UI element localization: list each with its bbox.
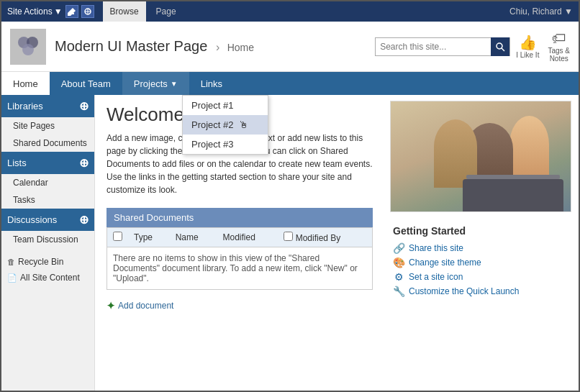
sidebar-item-shared-documents[interactable]: Shared Documents: [1, 135, 94, 152]
gs-share-icon: 🔗: [393, 242, 404, 254]
search-box: [375, 37, 510, 56]
sidebar-lists-header[interactable]: Lists ⊕: [1, 152, 94, 174]
cursor: 🖱: [239, 119, 248, 130]
site-title-area: Modern UI Master Page › Home: [55, 38, 254, 55]
top-bar: Site Actions ▼ Browse Page Chiu, Richard…: [1, 1, 579, 22]
site-actions-button[interactable]: Site Actions ▼: [7, 6, 63, 17]
sidebar-recycle-bin[interactable]: 🗑 Recycle Bin: [1, 254, 94, 270]
gs-share-site[interactable]: 🔗 Share this site: [393, 242, 570, 254]
breadcrumb: Home: [227, 42, 254, 53]
user-name-label: Chiu, Richard ▼: [509, 6, 573, 17]
all-content-icon: 📄: [7, 273, 17, 283]
main-area: Libraries ⊕ Site Pages Shared Documents …: [1, 95, 579, 391]
col-checkbox: [107, 228, 128, 247]
nav-bar: Home About Team Projects ▼ Links Project…: [1, 72, 579, 95]
col-modified: Modified: [217, 228, 278, 247]
sidebar-libraries-section: Libraries ⊕ Site Pages Shared Documents: [1, 95, 94, 152]
sidebar-discussions-header[interactable]: Discussions ⊕: [1, 209, 94, 231]
discussions-expand-icon: ⊕: [79, 213, 89, 227]
breadcrumb-separator: ›: [216, 41, 223, 53]
dropdown-item-2[interactable]: Project #2 🖱: [183, 115, 268, 135]
like-button[interactable]: 👍 I Like It: [516, 34, 539, 59]
documents-section: Shared Documents Type Name Modified Modi…: [107, 208, 373, 316]
sidebar-item-site-pages[interactable]: Site Pages: [1, 117, 94, 135]
gs-set-icon[interactable]: ⚙ Set a site icon: [393, 271, 570, 283]
sidebar-item-calendar[interactable]: Calendar: [1, 174, 94, 191]
header-actions: 👍 I Like It 🏷 Tags &Notes: [516, 30, 570, 63]
app-frame: Site Actions ▼ Browse Page Chiu, Richard…: [0, 0, 580, 392]
nav-links[interactable]: Links: [189, 72, 234, 95]
tab-page[interactable]: Page: [149, 1, 183, 22]
projects-dropdown-arrow: ▼: [171, 80, 178, 88]
libraries-expand-icon: ⊕: [79, 99, 89, 113]
sidebar-discussions-section: Discussions ⊕ Team Discussion: [1, 209, 94, 248]
nav-about-team[interactable]: About Team: [50, 72, 122, 95]
col-modified-by: Modified By: [278, 228, 372, 247]
svg-line-8: [502, 48, 504, 51]
header-right: 👍 I Like It 🏷 Tags &Notes: [375, 30, 570, 63]
documents-table-wrapper: Type Name Modified Modified By There are…: [107, 227, 373, 290]
nav-projects[interactable]: Projects ▼: [122, 72, 189, 95]
dropdown-item-1[interactable]: Project #1: [183, 96, 268, 115]
modified-by-checkbox[interactable]: [284, 232, 293, 241]
dropdown-item-3[interactable]: Project #3: [183, 135, 268, 154]
gs-change-theme[interactable]: 🎨 Change site theme: [393, 257, 570, 268]
gs-icon-icon: ⚙: [393, 271, 404, 283]
col-type: Type: [128, 228, 170, 247]
empty-documents-message: There are no items to show in this view …: [107, 247, 372, 289]
documents-header: Shared Documents: [107, 208, 373, 227]
add-document-icon: ✦: [107, 300, 115, 311]
sidebar-all-site-content[interactable]: 📄 All Site Content: [1, 270, 94, 286]
select-all-checkbox[interactable]: [113, 232, 122, 241]
gs-theme-icon: 🎨: [393, 257, 404, 268]
sidebar-item-tasks[interactable]: Tasks: [1, 191, 94, 209]
sidebar-lists-section: Lists ⊕ Calendar Tasks: [1, 152, 94, 209]
gs-customize-icon: 🔧: [393, 286, 404, 297]
nav-home[interactable]: Home: [1, 72, 50, 95]
sidebar: Libraries ⊕ Site Pages Shared Documents …: [1, 95, 95, 391]
lists-expand-icon: ⊕: [79, 156, 89, 170]
getting-started-section: Getting Started 🔗 Share this site 🎨 Chan…: [384, 219, 579, 306]
tab-browse[interactable]: Browse: [103, 1, 146, 22]
site-title: Modern UI Master Page › Home: [55, 38, 254, 54]
hero-image: [390, 101, 571, 212]
user-menu[interactable]: Chiu, Richard ▼: [509, 6, 573, 17]
sidebar-item-team-discussion[interactable]: Team Discussion: [1, 231, 94, 248]
site-actions-arrow: ▼: [54, 6, 63, 17]
search-button[interactable]: [491, 37, 509, 56]
tags-notes-button[interactable]: 🏷 Tags &Notes: [548, 30, 570, 63]
col-name: Name: [170, 228, 217, 247]
add-document-link[interactable]: ✦ Add document: [107, 296, 373, 316]
sidebar-footer: 🗑 Recycle Bin 📄 All Site Content: [1, 254, 94, 286]
gs-customize-ql[interactable]: 🔧 Customize the Quick Launch: [393, 286, 570, 297]
site-actions-label: Site Actions: [7, 6, 53, 17]
svg-point-7: [497, 43, 502, 49]
top-bar-left: Site Actions ▼ Browse Page: [7, 1, 183, 22]
header-area: Modern UI Master Page › Home 👍 I Like It: [1, 22, 579, 72]
projects-dropdown: Project #1 Project #2 🖱 Project #3: [182, 95, 268, 155]
sidebar-libraries-header[interactable]: Libraries ⊕: [1, 95, 94, 117]
search-input[interactable]: [376, 38, 491, 55]
documents-table: Type Name Modified Modified By: [107, 228, 372, 247]
edit-icon[interactable]: [65, 5, 78, 18]
right-panel: Getting Started 🔗 Share this site 🎨 Chan…: [384, 95, 579, 391]
recycle-bin-icon: 🗑: [7, 257, 15, 266]
svg-point-6: [22, 44, 34, 55]
site-logo: [10, 29, 46, 65]
share-icon[interactable]: [81, 5, 94, 18]
getting-started-title: Getting Started: [393, 225, 570, 237]
header-left: Modern UI Master Page › Home: [10, 29, 254, 65]
